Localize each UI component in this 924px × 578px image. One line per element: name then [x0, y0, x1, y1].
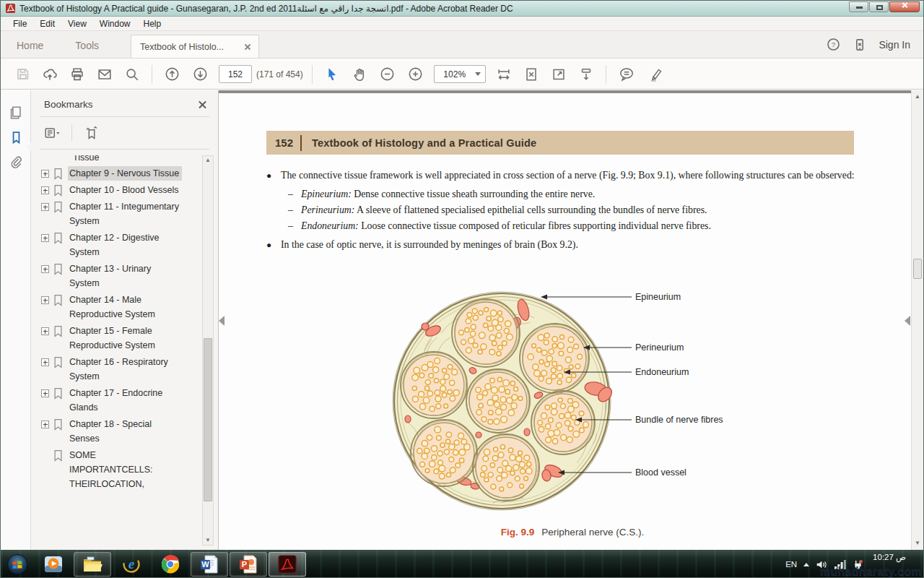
bookmark-label[interactable]: Chapter 11 - Integumentary System: [68, 199, 182, 228]
next-page-button[interactable]: [188, 64, 212, 85]
window-close-button[interactable]: [889, 1, 920, 12]
hidden-icons-chevron[interactable]: [803, 563, 809, 566]
help-icon[interactable]: ?: [826, 37, 841, 52]
bookmark-item[interactable]: Chapter 17 - Endocrine Glands: [41, 386, 201, 415]
start-button[interactable]: [1, 550, 34, 578]
save-button[interactable]: [12, 64, 34, 84]
collapse-right-panel-handle[interactable]: [905, 316, 910, 326]
pages-icon: [8, 105, 24, 121]
bookmark-label[interactable]: Chapter 10 - Blood Vessels: [68, 183, 182, 197]
bookmark-item[interactable]: Chapter 16 - Respiratory System: [41, 355, 201, 384]
taskbar-powerpoint-button[interactable]: P: [230, 552, 267, 577]
bookmark-label[interactable]: Chapter 12 - Digestive System: [68, 230, 182, 259]
bookmark-item[interactable]: Chapter 14 - Male Reproductive System: [41, 293, 201, 322]
bookmark-item[interactable]: Chapter 9 - Nervous Tissue: [41, 166, 201, 181]
bookmark-item-clipped[interactable]: Tissue: [73, 155, 201, 164]
scrollbar-thumb[interactable]: [204, 338, 212, 501]
taskbar-explorer-button[interactable]: [74, 552, 111, 577]
mobile-app-icon[interactable]: [853, 38, 867, 52]
bookmark-item[interactable]: Chapter 11 - Integumentary System: [41, 199, 201, 228]
fullscreen-button[interactable]: [547, 64, 570, 85]
bookmark-icon: [53, 294, 64, 306]
zoom-out-button[interactable]: [375, 64, 399, 85]
zoom-in-button[interactable]: [404, 64, 427, 85]
collapse-left-panel-handle[interactable]: [219, 316, 225, 326]
scroll-mode-button[interactable]: [575, 64, 598, 85]
bullet-paragraph: ● In the case of optic nerve, it is surr…: [266, 238, 857, 253]
bookmark-label[interactable]: Chapter 18 - Special Senses: [68, 417, 182, 446]
sign-in-button[interactable]: Sign In: [879, 39, 910, 51]
expand-toggle-icon[interactable]: [41, 186, 49, 194]
expand-toggle-icon[interactable]: [41, 327, 49, 335]
scroll-down-icon[interactable]: ▼: [203, 536, 213, 545]
bookmark-label[interactable]: SOME IMPORTANTCELLS: THEIRLOCATION,: [68, 448, 182, 491]
find-button[interactable]: [121, 64, 144, 85]
expand-toggle-icon[interactable]: [41, 296, 49, 304]
zoom-level-select[interactable]: 102%: [434, 65, 486, 83]
panel-close-icon[interactable]: [197, 99, 208, 110]
window-minimize-button[interactable]: [849, 1, 868, 12]
bookmark-label[interactable]: Chapter 9 - Nervous Tissue: [68, 166, 182, 181]
page-number-input[interactable]: 152: [219, 65, 252, 83]
print-button[interactable]: [66, 64, 89, 85]
menu-help[interactable]: Help: [137, 17, 168, 30]
expand-toggle-icon[interactable]: [41, 358, 49, 366]
bookmark-label[interactable]: Chapter 14 - Male Reproductive System: [68, 293, 182, 322]
bookmark-label[interactable]: Chapter 13 - Urinary System: [68, 262, 182, 290]
minus-circle-icon: [379, 66, 396, 82]
expand-toggle-icon[interactable]: [41, 203, 49, 211]
bookmark-label[interactable]: Chapter 17 - Endocrine Glands: [68, 386, 182, 415]
expand-toggle-icon[interactable]: [41, 170, 49, 178]
menu-window[interactable]: Window: [93, 17, 137, 30]
comment-button[interactable]: [614, 64, 639, 85]
bookmark-label[interactable]: Chapter 16 - Respiratory System: [68, 355, 182, 384]
expand-toggle-icon[interactable]: [41, 265, 49, 273]
taskbar-internet-explorer-button[interactable]: e: [113, 552, 150, 577]
email-button[interactable]: [93, 64, 116, 85]
attachments-button[interactable]: [1, 150, 31, 174]
share-cloud-button[interactable]: [38, 64, 61, 85]
bookmark-item[interactable]: Chapter 13 - Urinary System: [41, 262, 201, 290]
expand-toggle-icon[interactable]: [41, 420, 49, 428]
expand-toggle-icon[interactable]: [41, 234, 49, 242]
bookmark-label[interactable]: Chapter 15 - Female Reproductive System: [68, 324, 182, 353]
tab-close-icon[interactable]: [243, 42, 253, 52]
taskbar-chrome-button[interactable]: [152, 552, 189, 577]
new-bookmark-button[interactable]: [81, 123, 103, 143]
bookmark-options-button[interactable]: [41, 123, 63, 143]
scroll-down-icon[interactable]: ▼: [912, 538, 923, 548]
tab-document[interactable]: Textbook of Histolo...: [131, 35, 259, 58]
menu-view[interactable]: View: [61, 17, 93, 30]
svg-text:Blood vessel: Blood vessel: [635, 467, 687, 478]
previous-page-button[interactable]: [160, 64, 184, 85]
bookmarks-scrollbar[interactable]: ▲ ▼: [202, 155, 214, 545]
language-indicator[interactable]: EN: [785, 560, 797, 569]
menu-file[interactable]: File: [6, 17, 33, 30]
window-maximize-button[interactable]: [869, 1, 889, 12]
bookmark-item[interactable]: Chapter 15 - Female Reproductive System: [41, 324, 201, 353]
taskbar-media-player-button[interactable]: [35, 552, 72, 577]
bookmark-item[interactable]: SOME IMPORTANTCELLS: THEIRLOCATION,: [41, 448, 201, 491]
document-scrollbar[interactable]: ▲ ▼: [911, 90, 923, 550]
highlight-button[interactable]: [643, 64, 668, 85]
taskbar-acrobat-button[interactable]: [269, 552, 306, 577]
scroll-up-icon[interactable]: ▲: [912, 92, 923, 102]
clock[interactable]: 10:27 ص: [870, 550, 916, 562]
fit-width-button[interactable]: [492, 64, 515, 85]
menu-edit[interactable]: Edit: [33, 17, 61, 30]
tab-home[interactable]: Home: [1, 33, 59, 58]
divider: [71, 125, 72, 141]
scrollbar-thumb[interactable]: [913, 259, 922, 279]
bookmark-item[interactable]: Chapter 10 - Blood Vessels: [41, 183, 201, 197]
bookmark-item[interactable]: Chapter 12 - Digestive System: [41, 230, 201, 259]
expand-toggle-icon[interactable]: [41, 389, 49, 397]
fit-page-button[interactable]: [520, 64, 543, 85]
scroll-up-icon[interactable]: ▲: [203, 156, 213, 165]
printer-icon: [69, 66, 85, 82]
taskbar-word-button[interactable]: W: [191, 552, 228, 577]
hand-tool-button[interactable]: [348, 64, 371, 85]
page-thumbnails-button[interactable]: [1, 100, 31, 125]
tab-tools[interactable]: Tools: [59, 33, 115, 58]
select-tool-button[interactable]: [321, 64, 344, 85]
bookmark-item[interactable]: Chapter 18 - Special Senses: [41, 417, 201, 446]
